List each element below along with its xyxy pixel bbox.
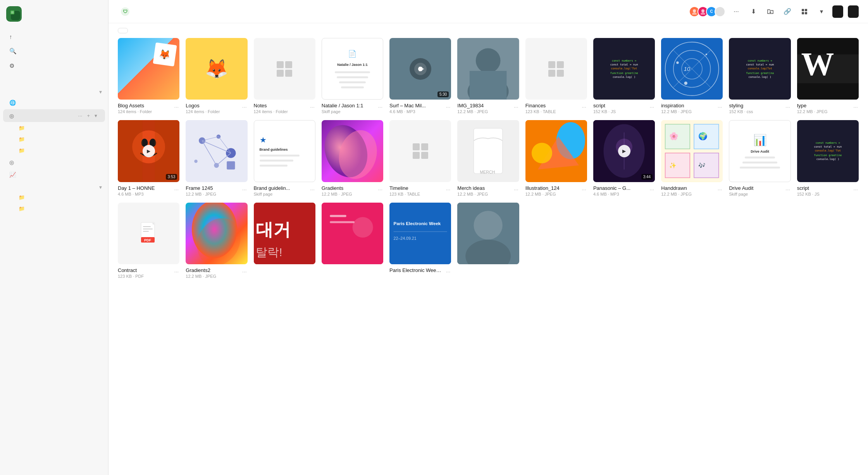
file-menu-script2[interactable]: ··· <box>852 186 859 193</box>
file-card-inspiration[interactable]: 10 inspiration12.2 MB · JPEG··· <box>661 38 723 114</box>
file-card-panasonic[interactable]: 3:44▶Panasonic – G...4.6 MB · MP3··· <box>593 120 655 196</box>
file-menu-frame1245[interactable]: ··· <box>241 186 248 193</box>
file-card-day1-honne[interactable]: 3:53▶Day 1 – HONNE4.6 MB · MP3··· <box>118 120 179 196</box>
file-menu-finances[interactable]: ··· <box>581 103 587 111</box>
svg-point-33 <box>676 62 679 64</box>
svg-rect-101 <box>394 231 447 232</box>
file-card-contract[interactable]: PDF Contract123 KB · PDF··· <box>118 203 179 279</box>
file-card-paris[interactable]: Paris Electronic Week 22–24.09.21 Paris … <box>389 203 451 279</box>
file-menu-surf-mac[interactable]: ··· <box>445 103 451 111</box>
file-card-notes-folder[interactable]: Notes124 items · Folder··· <box>254 38 315 114</box>
file-card-illustration124[interactable]: Illustration_12412.2 MB · JPEG··· <box>525 120 587 196</box>
design-more-btn[interactable]: ··· <box>77 112 84 119</box>
file-menu-panasonic[interactable]: ··· <box>649 186 655 193</box>
avatar-count <box>715 6 725 17</box>
svg-rect-45 <box>155 120 180 182</box>
file-card-face-row3[interactable] <box>457 203 519 279</box>
file-card-gradients[interactable]: Gradients12.2 MB · JPEG··· <box>322 120 383 196</box>
sort-button[interactable] <box>118 28 128 33</box>
file-menu-contract[interactable]: ··· <box>174 268 180 275</box>
file-menu-handdrawn[interactable]: ··· <box>717 186 723 193</box>
file-menu-paris[interactable]: ··· <box>445 268 451 275</box>
file-menu-img19834[interactable]: ··· <box>513 103 519 111</box>
file-meta-finances: 123 KB · TABLE <box>525 109 580 114</box>
file-menu-script[interactable]: ··· <box>649 103 655 111</box>
new-folder-btn[interactable] <box>764 5 777 18</box>
sidebar-item-design[interactable]: ◎ ··· + ▾ <box>3 109 105 122</box>
svg-rect-10 <box>802 12 804 14</box>
file-menu-styling[interactable]: ··· <box>785 103 791 111</box>
file-card-frame1245[interactable]: Frame 124512.2 MB · JPEG··· <box>186 120 247 196</box>
file-card-finances[interactable]: Finances123 KB · TABLE··· <box>525 38 587 114</box>
file-info-script2: script152 KB · JS··· <box>797 185 859 196</box>
svg-text:10: 10 <box>684 66 691 72</box>
file-meta-logos: 124 items · Folder <box>186 109 240 114</box>
file-menu-brand-guidelines[interactable]: ··· <box>309 186 315 193</box>
file-card-merch-ideas[interactable]: MERCH Merch ideas12.2 MB · JPEG··· <box>457 120 519 196</box>
settings-action[interactable]: ⚙ <box>3 59 105 72</box>
file-menu-logos[interactable]: ··· <box>241 103 248 111</box>
file-menu-illustration124[interactable]: ··· <box>581 186 587 193</box>
file-card-natalie-jason[interactable]: 📄Natalie / Jason 1:1Natalie / Jason 1:1S… <box>322 38 383 114</box>
upload-btn[interactable] <box>832 5 843 18</box>
file-card-korean-row3[interactable]: 대거 탈락! <box>254 203 315 279</box>
file-info-inspiration: inspiration12.2 MB · JPEG··· <box>661 103 723 114</box>
file-menu-day1-honne[interactable]: ··· <box>174 186 180 193</box>
file-menu-blog-assets[interactable]: ··· <box>174 103 180 111</box>
file-card-img19834[interactable]: IMG_1983412.2 MB · JPEG··· <box>457 38 519 114</box>
design-add-btn[interactable]: + <box>85 112 91 119</box>
file-menu-timeline[interactable]: ··· <box>445 186 451 193</box>
sidebar-item-everyone[interactable]: 🌐 <box>3 97 105 108</box>
sidebar-item-gtm[interactable]: 📈 <box>3 169 105 181</box>
file-card-handdrawn[interactable]: 🌸 🌍 ✨ 🎶 Handdrawn12.2 MB · JPEG··· <box>661 120 723 196</box>
file-info-contract: Contract123 KB · PDF··· <box>118 267 179 279</box>
sidebar-item-recruiting[interactable]: ◎ <box>3 157 105 168</box>
teams-collapse[interactable]: ▾ <box>99 89 102 95</box>
file-menu-drive-audit[interactable]: ··· <box>785 186 791 193</box>
svg-text:대거: 대거 <box>256 220 291 239</box>
folder-icon-logos: 📁 <box>19 136 25 142</box>
globe-icon: 🌐 <box>9 100 16 106</box>
file-card-styling[interactable]: const numbers =const total = numconsole.… <box>729 38 790 114</box>
file-card-script[interactable]: const numbers =const total = nunconsole.… <box>593 38 655 114</box>
svg-rect-86 <box>143 226 151 227</box>
file-card-drive-audit[interactable]: 📊Drive AuditDrive AuditSkiff page··· <box>729 120 790 196</box>
file-menu-gradients2[interactable]: ··· <box>241 268 248 275</box>
file-info-logos: Logos124 items · Folder··· <box>186 103 247 114</box>
link-btn[interactable]: 🔗 <box>781 5 794 18</box>
file-card-pink-row3[interactable] <box>322 203 383 279</box>
search-action[interactable]: 🔍 <box>3 45 105 58</box>
file-menu-natalie-jason[interactable]: ··· <box>377 103 383 111</box>
file-card-logos[interactable]: 🦊Logos124 items · Folder··· <box>186 38 247 114</box>
share-btn[interactable] <box>848 5 859 18</box>
sidebar-item-pictures-of-dogs[interactable]: 📁 <box>3 192 105 203</box>
more-btn[interactable]: ··· <box>730 5 742 18</box>
file-card-surf-mac[interactable]: 5:30Surf – Mac Mil...4.6 MB · MP3··· <box>389 38 451 114</box>
file-card-script2[interactable]: const numbers =const total = nunconsole.… <box>797 120 859 196</box>
file-menu-type[interactable]: ··· <box>852 103 859 111</box>
view-chevron[interactable]: ▾ <box>815 5 828 18</box>
file-name-day1-honne: Day 1 – HONNE <box>118 185 172 191</box>
file-card-blog-assets[interactable]: 🦊Blog Assets124 items · Folder··· <box>118 38 179 114</box>
design-collapse-btn[interactable]: ▾ <box>93 112 99 119</box>
file-menu-notes-folder[interactable]: ··· <box>309 103 315 111</box>
upload-action[interactable]: ↑ <box>3 30 105 43</box>
sidebar-item-blog-assets[interactable]: 📁 <box>3 123 105 133</box>
sidebar-item-logos[interactable]: 📁 <box>3 134 105 145</box>
download-btn[interactable]: ⬇ <box>747 5 760 18</box>
file-menu-merch-ideas[interactable]: ··· <box>513 186 519 193</box>
file-name-contract: Contract <box>118 267 172 273</box>
sidebar-item-notes[interactable]: 📁 <box>3 145 105 156</box>
file-card-gradients2[interactable]: Gradients212.2 MB · JPEG··· <box>186 203 247 279</box>
file-card-type[interactable]: W type12.2 MB · JPEG··· <box>797 38 859 114</box>
main-content: 🛡 C ··· ⬇ <box>108 0 868 475</box>
file-card-timeline[interactable]: Timeline123 KB · TABLE··· <box>389 120 451 196</box>
file-menu-inspiration[interactable]: ··· <box>717 103 723 111</box>
svg-point-4 <box>701 9 704 12</box>
grid-view-btn[interactable] <box>798 5 811 18</box>
file-grid: 🦊Blog Assets124 items · Folder···🦊Logos1… <box>118 38 859 279</box>
file-menu-gradients[interactable]: ··· <box>377 186 383 193</box>
sidebar-item-notes-personal[interactable]: 📁 <box>3 203 105 214</box>
file-card-brand-guidelines[interactable]: ★Brand guidelinesBrand guidelin...Skiff … <box>254 120 315 196</box>
personal-collapse[interactable]: ▾ <box>99 184 102 190</box>
